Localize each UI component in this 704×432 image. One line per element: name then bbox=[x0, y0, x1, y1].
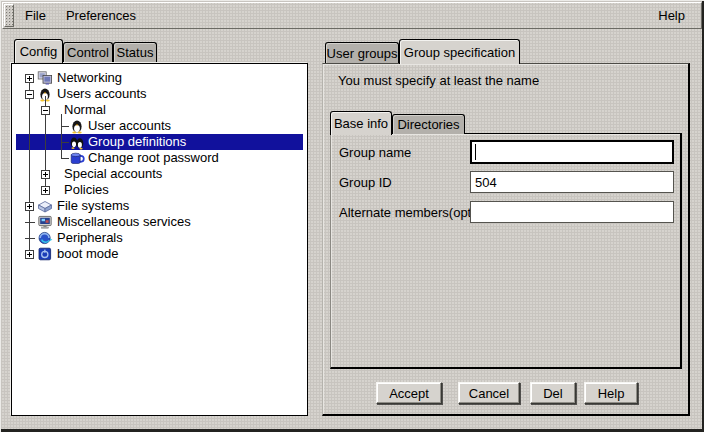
menu-left-group: FilePreferences bbox=[15, 4, 146, 27]
alternate-members-opt-input[interactable] bbox=[470, 201, 674, 223]
tree-item-policies[interactable]: Policies bbox=[16, 182, 303, 198]
field-label-alternate-members-opt: Alternate members(opt) bbox=[339, 205, 476, 220]
menu-item-help[interactable]: Help bbox=[648, 4, 695, 27]
expand-box[interactable] bbox=[25, 202, 34, 211]
field-label-group-id: Group ID bbox=[339, 175, 392, 190]
tree-item-normal[interactable]: Normal bbox=[16, 102, 303, 118]
expand-box[interactable] bbox=[41, 106, 50, 115]
monitor-icon bbox=[37, 214, 53, 230]
tree-item-boot-mode[interactable]: boot mode bbox=[16, 246, 303, 262]
filesystems-icon bbox=[37, 198, 53, 214]
networking-icon bbox=[37, 70, 53, 86]
tree-item-label: User accounts bbox=[88, 119, 171, 133]
tab-user-groups[interactable]: User groups bbox=[325, 42, 399, 63]
tree-item-label: Policies bbox=[64, 183, 109, 197]
expand-box[interactable] bbox=[25, 250, 34, 259]
tree-item-label: Normal bbox=[64, 103, 106, 117]
group-specification-page: You must specify at least the name Base … bbox=[322, 63, 690, 416]
tree-connector bbox=[25, 222, 35, 223]
mug-icon bbox=[69, 150, 85, 166]
group-id-input[interactable] bbox=[470, 171, 674, 193]
tree-connector bbox=[61, 158, 69, 159]
peripherals-icon bbox=[37, 230, 53, 246]
tree-item-user-accounts[interactable]: User accounts bbox=[16, 118, 303, 134]
tree-item-file-systems[interactable]: File systems bbox=[16, 198, 303, 214]
text-caret bbox=[475, 144, 476, 160]
tree-item-label: Group definitions bbox=[88, 135, 186, 149]
accept-button[interactable]: Accept bbox=[376, 382, 442, 404]
tree-item-users-accounts[interactable]: Users accounts bbox=[16, 86, 303, 102]
tree-item-label: Peripherals bbox=[57, 231, 123, 245]
tree-item-label: Special accounts bbox=[64, 167, 162, 181]
tree-connector bbox=[61, 114, 62, 158]
expand-box[interactable] bbox=[25, 90, 34, 99]
tree-connector bbox=[61, 126, 69, 127]
menu-right-group: Help bbox=[648, 4, 695, 27]
tree-item-miscellaneous-services[interactable]: Miscellaneous services bbox=[16, 214, 303, 230]
tree-connector bbox=[25, 238, 35, 239]
tree-item-label: Users accounts bbox=[57, 87, 147, 101]
tree-item-label: boot mode bbox=[57, 247, 118, 261]
tree-item-special-accounts[interactable]: Special accounts bbox=[16, 166, 303, 182]
penguin-icon bbox=[69, 118, 85, 134]
base-info-page: Group nameGroup IDAlternate members(opt) bbox=[330, 133, 682, 369]
expand-box[interactable] bbox=[41, 186, 50, 195]
tree-item-label: Networking bbox=[57, 71, 122, 85]
tab-base-info[interactable]: Base info bbox=[330, 111, 392, 135]
expand-box[interactable] bbox=[25, 74, 34, 83]
tree-connector bbox=[61, 142, 69, 143]
tree-item-networking[interactable]: Networking bbox=[16, 70, 303, 86]
field-label-group-name: Group name bbox=[339, 145, 411, 160]
cancel-button[interactable]: Cancel bbox=[458, 382, 520, 404]
group-name-input[interactable] bbox=[470, 140, 674, 164]
tree-item-label: File systems bbox=[57, 199, 129, 213]
tree-item-label: Miscellaneous services bbox=[57, 215, 191, 229]
tab-status[interactable]: Status bbox=[113, 42, 157, 62]
help-button[interactable]: Help bbox=[584, 382, 638, 404]
linuxconf-window: FilePreferences Help ConfigControlStatus… bbox=[0, 0, 704, 432]
bootmode-icon bbox=[37, 246, 53, 262]
menubar-grip-handle[interactable] bbox=[4, 4, 14, 27]
tab-group-specification[interactable]: Group specification bbox=[399, 39, 520, 64]
menu-item-preferences[interactable]: Preferences bbox=[56, 4, 146, 27]
tree-item-group-definitions[interactable]: Group definitions bbox=[16, 134, 303, 150]
penguin-group-icon bbox=[69, 134, 85, 150]
config-tree-panel: NetworkingUsers accountsNormalUser accou… bbox=[11, 63, 308, 416]
page-message: You must specify at least the name bbox=[338, 73, 539, 88]
tab-directories[interactable]: Directories bbox=[392, 114, 465, 134]
menu-item-file[interactable]: File bbox=[15, 4, 56, 27]
tab-config[interactable]: Config bbox=[14, 39, 63, 63]
menubar: FilePreferences Help bbox=[2, 2, 702, 29]
tree-item-change-root-password[interactable]: Change root password bbox=[16, 150, 303, 166]
config-tree: NetworkingUsers accountsNormalUser accou… bbox=[16, 70, 303, 262]
del-button[interactable]: Del bbox=[530, 382, 576, 404]
tab-control[interactable]: Control bbox=[63, 42, 113, 62]
tree-item-peripherals[interactable]: Peripherals bbox=[16, 230, 303, 246]
tree-connector bbox=[29, 82, 30, 254]
expand-box[interactable] bbox=[41, 170, 50, 179]
tree-item-label: Change root password bbox=[88, 151, 219, 165]
